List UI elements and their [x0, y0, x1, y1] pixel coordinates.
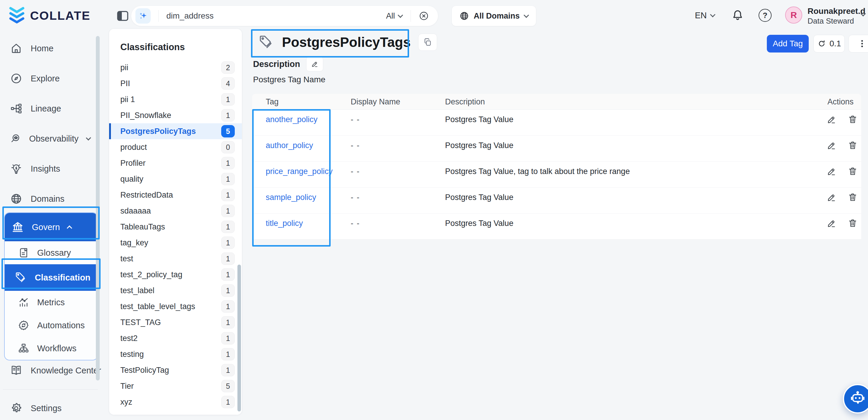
count-badge: 5 [221, 380, 235, 392]
search-input[interactable]: dim_address [166, 11, 378, 21]
list-item[interactable]: TEST_TAG1 [109, 314, 242, 330]
edit-tag-button[interactable] [827, 140, 836, 150]
count-badge: 1 [221, 157, 235, 169]
sidebar-item-workflows[interactable]: Workflows [5, 337, 97, 360]
add-tag-button[interactable]: Add Tag [767, 35, 809, 53]
version-history-icon [817, 39, 826, 48]
list-item[interactable]: TableauTags1 [109, 219, 242, 235]
lineage-icon [10, 102, 23, 115]
domains-dropdown[interactable]: All Domains [452, 6, 536, 26]
notifications-bell-icon[interactable] [731, 9, 744, 22]
list-item[interactable]: quality1 [109, 171, 242, 187]
tag-link[interactable]: another_policy [266, 115, 318, 124]
sidebar-item-automations[interactable]: Automations [5, 314, 97, 337]
sidebar-item-label: Observability [29, 134, 79, 144]
pencil-icon [311, 60, 318, 68]
sidebar-item-observability[interactable]: Observability [0, 128, 102, 149]
sidebar-item-classification[interactable]: Classification [5, 264, 97, 291]
list-item[interactable]: test_2_policy_tag1 [109, 267, 242, 282]
list-item[interactable]: PII4 [109, 76, 242, 91]
chevron-down-icon [398, 12, 403, 18]
list-item[interactable]: Tier5 [109, 378, 242, 394]
count-badge: 1 [221, 348, 235, 360]
collate-logo[interactable]: COLLATE [8, 6, 91, 25]
sidebar-scrollbar[interactable] [96, 36, 100, 381]
display-name-value: - - [337, 162, 432, 176]
sidebar-item-knowledge-center[interactable]: Knowledge Center [0, 360, 102, 381]
sidebar-item-insights[interactable]: Insights [0, 158, 102, 179]
sidebar-item-metrics[interactable]: Metrics [5, 291, 97, 314]
delete-tag-button[interactable] [848, 192, 858, 202]
sidebar-item-label: Classification [35, 273, 91, 282]
sidebar-collapse-icon[interactable] [116, 9, 130, 23]
help-icon[interactable]: ? [758, 9, 772, 22]
search-scope-dropdown[interactable]: All [378, 11, 410, 21]
edit-tag-button[interactable] [827, 167, 836, 176]
list-item[interactable]: pii 11 [109, 91, 242, 107]
copy-button[interactable] [418, 34, 437, 51]
list-item[interactable]: test_label1 [109, 282, 242, 299]
display-name-value: - - [337, 187, 432, 202]
count-badge: 1 [221, 316, 235, 329]
tag-link[interactable]: price_range_policy [266, 167, 333, 176]
list-item[interactable]: Profiler1 [109, 155, 242, 171]
delete-tag-button[interactable] [848, 115, 858, 124]
sidebar-item-settings[interactable]: Settings [0, 398, 102, 419]
sidebar-item-govern[interactable]: Govern [5, 213, 97, 241]
language-dropdown[interactable]: EN [695, 11, 715, 20]
sidebar-item-domains[interactable]: Domains [0, 188, 102, 209]
globe-icon [10, 192, 23, 205]
avatar[interactable]: R [785, 6, 802, 24]
list-item-selected[interactable]: PostgresPolicyTags5 [109, 123, 242, 139]
tag-link[interactable]: sample_policy [266, 193, 316, 202]
classifications-scrollbar[interactable] [238, 265, 241, 412]
sidebar-item-lineage[interactable]: Lineage [0, 98, 102, 119]
delete-tag-button[interactable] [848, 140, 858, 150]
tag-link[interactable]: author_policy [266, 141, 313, 150]
count-badge: 1 [221, 268, 235, 281]
display-name-value: - - [337, 214, 432, 228]
list-item[interactable]: PII_Snowflake1 [109, 107, 242, 123]
sidebar-item-home[interactable]: Home [0, 38, 102, 59]
column-header-tag: Tag [252, 97, 337, 107]
count-badge: 1 [221, 284, 235, 297]
list-item[interactable]: xyz1 [109, 394, 242, 410]
edit-tag-button[interactable] [827, 218, 836, 228]
page-title: PostgresPolicyTags [282, 34, 410, 50]
sidebar-item-label: Lineage [31, 104, 102, 114]
search-clear-button[interactable] [411, 11, 438, 21]
edit-tag-button[interactable] [827, 192, 836, 202]
sidebar-item-explore[interactable]: Explore [0, 68, 102, 89]
list-item[interactable]: testing1 [109, 346, 242, 362]
edit-tag-button[interactable] [827, 115, 836, 124]
list-item[interactable]: RestrictedData1 [109, 187, 242, 203]
chatbot-button[interactable] [843, 384, 868, 414]
page-header: PostgresPolicyTags [258, 34, 437, 51]
list-item[interactable]: test1 [109, 251, 242, 267]
edit-description-button[interactable] [306, 57, 323, 71]
collate-app: COLLATE dim_address All All Domains [0, 0, 868, 420]
user-role: Data Steward [808, 17, 865, 26]
description-value: Postgres Tag Value [432, 136, 790, 150]
govern-menu-group: Govern Glossary Classification Metrics A… [4, 212, 98, 360]
version-value: 0.1 [830, 39, 841, 49]
list-item[interactable]: test_table_level_tags1 [109, 299, 242, 314]
delete-tag-button[interactable] [848, 218, 858, 228]
list-item[interactable]: pii2 [109, 60, 242, 76]
tags-icon [258, 34, 274, 50]
ai-sparkle-icon[interactable] [135, 8, 151, 24]
sidebar-item-glossary[interactable]: Glossary [5, 241, 97, 264]
user-menu[interactable]: Rounakpreet.d Data Steward [808, 6, 865, 26]
tag-link[interactable]: title_policy [266, 219, 303, 228]
list-item[interactable]: product0 [109, 139, 242, 155]
list-item[interactable]: sdaaaaa1 [109, 203, 242, 219]
collate-logo-icon [8, 6, 26, 25]
list-item[interactable]: test21 [109, 330, 242, 346]
global-search[interactable]: dim_address All [131, 6, 438, 26]
list-item[interactable]: TestPolicyTag1 [109, 362, 242, 378]
more-options-button[interactable] [848, 35, 868, 53]
delete-tag-button[interactable] [848, 167, 858, 176]
version-button[interactable]: 0.1 [813, 35, 845, 53]
list-item[interactable]: tag_key1 [109, 235, 242, 251]
insights-icon [10, 162, 23, 175]
